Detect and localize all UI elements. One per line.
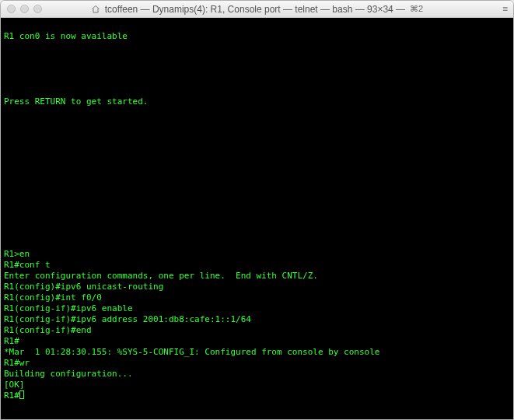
terminal-prompt-line: R1#: [4, 390, 510, 401]
terminal-line: R1(config-if)#end: [4, 325, 510, 336]
terminal-line: R1#wr: [4, 358, 510, 369]
terminal-line: Enter configuration commands, one per li…: [4, 271, 510, 282]
terminal-line: R1(config-if)#ipv6 address 2001:db8:cafe…: [4, 314, 510, 325]
terminal-line: R1#: [4, 336, 510, 347]
terminal-line: [4, 64, 510, 75]
terminal-line: R1#conf t: [4, 260, 510, 271]
terminal-line: [4, 238, 510, 249]
traffic-lights: [7, 5, 42, 13]
terminal-line: R1>en: [4, 249, 510, 260]
home-icon: [91, 5, 100, 14]
terminal-line: R1 con0 is now available: [4, 31, 510, 42]
terminal-line: Press RETURN to get started.: [4, 96, 510, 107]
close-button[interactable]: [7, 5, 16, 13]
cursor: [19, 390, 24, 399]
terminal-line: [OK]: [4, 380, 510, 390]
terminal-line: [4, 162, 510, 173]
zoom-button[interactable]: [33, 5, 42, 13]
terminal-line: [4, 75, 510, 86]
terminal-line: [4, 216, 510, 227]
terminal-prompt: R1#: [4, 390, 19, 401]
terminal-line: [4, 129, 510, 140]
titlebar[interactable]: tcoffeen — Dynamips(4): R1, Console port…: [1, 1, 513, 18]
terminal-line: [4, 194, 510, 205]
terminal-line: [4, 227, 510, 238]
terminal-line: [4, 184, 510, 194]
terminal-line: [4, 173, 510, 184]
terminal-line: [4, 151, 510, 162]
terminal-line: [4, 42, 510, 53]
terminal-line: Building configuration...: [4, 369, 510, 380]
terminal-line: *Mar 1 01:28:30.155: %SYS-5-CONFIG_I: Co…: [4, 347, 510, 358]
terminal-line: [4, 140, 510, 151]
terminal-line: [4, 20, 510, 31]
window-title-group: tcoffeen — Dynamips(4): R1, Console port…: [1, 4, 513, 15]
terminal-line: [4, 107, 510, 118]
terminal-line: [4, 86, 510, 96]
minimize-button[interactable]: [20, 5, 29, 13]
window-title: tcoffeen — Dynamips(4): R1, Console port…: [105, 4, 405, 15]
terminal-line: R1(config)#int f0/0: [4, 292, 510, 303]
terminal-line: R1(config)#ipv6 unicast-routing: [4, 282, 510, 292]
window-shortcut: ⌘2: [410, 4, 423, 14]
terminal-line: [4, 53, 510, 64]
terminal-output[interactable]: R1 con0 is now availablePress RETURN to …: [1, 18, 513, 419]
terminal-line: [4, 118, 510, 129]
toolbar-toggle-icon[interactable]: ≡: [502, 5, 507, 13]
terminal-window: tcoffeen — Dynamips(4): R1, Console port…: [0, 0, 514, 420]
terminal-line: R1(config-if)#ipv6 enable: [4, 303, 510, 314]
terminal-line: [4, 205, 510, 216]
